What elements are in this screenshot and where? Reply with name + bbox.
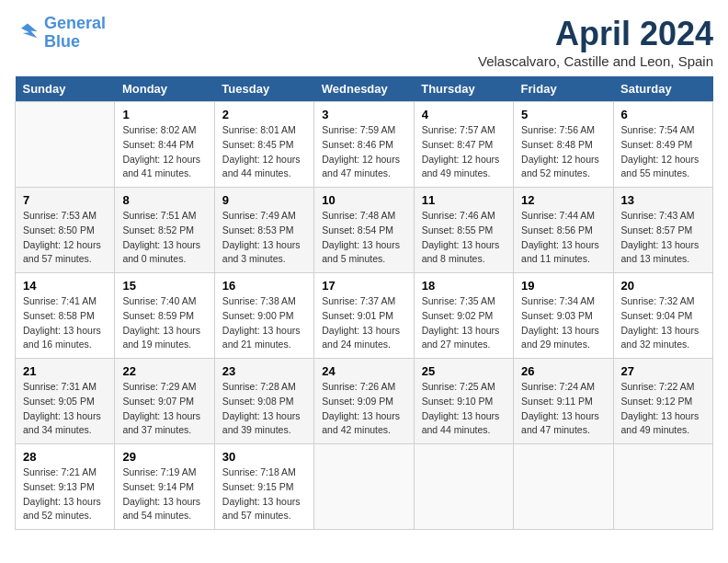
- calendar-week-row: 21Sunrise: 7:31 AMSunset: 9:05 PMDayligh…: [16, 359, 713, 444]
- logo-bird-icon: [15, 20, 40, 46]
- day-info: Sunrise: 8:02 AMSunset: 8:44 PMDaylight:…: [122, 123, 206, 181]
- header-saturday: Saturday: [613, 76, 712, 102]
- day-number: 7: [23, 193, 107, 207]
- day-number: 20: [621, 279, 705, 293]
- logo-blue: Blue: [44, 32, 80, 51]
- day-info: Sunrise: 7:34 AMSunset: 9:03 PMDaylight:…: [521, 294, 605, 352]
- day-info: Sunrise: 7:53 AMSunset: 8:50 PMDaylight:…: [23, 209, 107, 267]
- month-title: April 2024: [478, 15, 713, 53]
- day-info: Sunrise: 7:38 AMSunset: 9:00 PMDaylight:…: [222, 294, 306, 352]
- calendar-cell: 4Sunrise: 7:57 AMSunset: 8:47 PMDaylight…: [414, 102, 513, 188]
- day-info: Sunrise: 7:43 AMSunset: 8:57 PMDaylight:…: [621, 209, 705, 267]
- day-info: Sunrise: 7:44 AMSunset: 8:56 PMDaylight:…: [521, 209, 605, 267]
- page-header: General Blue April 2024 Velascalvaro, Ca…: [15, 15, 713, 69]
- calendar-cell: [613, 444, 712, 530]
- day-number: 26: [521, 364, 605, 378]
- header-thursday: Thursday: [414, 76, 513, 102]
- calendar-cell: 2Sunrise: 8:01 AMSunset: 8:45 PMDaylight…: [214, 102, 313, 188]
- calendar-cell: 7Sunrise: 7:53 AMSunset: 8:50 PMDaylight…: [16, 188, 115, 273]
- calendar-cell: 13Sunrise: 7:43 AMSunset: 8:57 PMDayligh…: [613, 188, 712, 273]
- logo-text: General Blue: [44, 15, 106, 52]
- header-sunday: Sunday: [16, 76, 115, 102]
- calendar-cell: [514, 444, 613, 530]
- calendar-week-row: 14Sunrise: 7:41 AMSunset: 8:58 PMDayligh…: [16, 273, 713, 359]
- day-number: 11: [422, 193, 506, 207]
- day-info: Sunrise: 7:49 AMSunset: 8:53 PMDaylight:…: [222, 209, 306, 267]
- day-number: 19: [521, 279, 605, 293]
- day-number: 27: [621, 364, 705, 378]
- day-info: Sunrise: 7:32 AMSunset: 9:04 PMDaylight:…: [621, 294, 705, 352]
- day-number: 17: [322, 279, 405, 293]
- day-info: Sunrise: 7:46 AMSunset: 8:55 PMDaylight:…: [422, 209, 506, 267]
- calendar-cell: 3Sunrise: 7:59 AMSunset: 8:46 PMDaylight…: [314, 102, 414, 188]
- day-info: Sunrise: 7:26 AMSunset: 9:09 PMDaylight:…: [322, 380, 405, 438]
- day-info: Sunrise: 7:19 AMSunset: 9:14 PMDaylight:…: [122, 465, 206, 523]
- day-number: 5: [521, 108, 605, 121]
- day-number: 18: [422, 279, 506, 293]
- header-monday: Monday: [115, 76, 214, 102]
- day-info: Sunrise: 8:01 AMSunset: 8:45 PMDaylight:…: [222, 123, 306, 181]
- day-info: Sunrise: 7:35 AMSunset: 9:02 PMDaylight:…: [422, 294, 506, 352]
- calendar-cell: 28Sunrise: 7:21 AMSunset: 9:13 PMDayligh…: [16, 444, 115, 530]
- day-number: 4: [422, 108, 506, 121]
- day-info: Sunrise: 7:48 AMSunset: 8:54 PMDaylight:…: [322, 209, 405, 267]
- day-number: 21: [23, 364, 107, 378]
- calendar-cell: 27Sunrise: 7:22 AMSunset: 9:12 PMDayligh…: [613, 359, 712, 444]
- day-info: Sunrise: 7:41 AMSunset: 8:58 PMDaylight:…: [23, 294, 107, 352]
- day-info: Sunrise: 7:22 AMSunset: 9:12 PMDaylight:…: [621, 380, 705, 438]
- day-number: 13: [621, 193, 705, 207]
- day-number: 6: [621, 108, 705, 121]
- svg-marker-0: [21, 23, 38, 38]
- header-friday: Friday: [514, 76, 613, 102]
- calendar-header-row: SundayMondayTuesdayWednesdayThursdayFrid…: [16, 76, 713, 102]
- day-number: 22: [122, 364, 206, 378]
- calendar-cell: 8Sunrise: 7:51 AMSunset: 8:52 PMDaylight…: [115, 188, 214, 273]
- calendar-cell: [314, 444, 414, 530]
- calendar-cell: [414, 444, 513, 530]
- day-number: 8: [122, 193, 206, 207]
- day-number: 29: [122, 450, 206, 464]
- calendar-week-row: 7Sunrise: 7:53 AMSunset: 8:50 PMDaylight…: [16, 188, 713, 273]
- calendar-cell: 24Sunrise: 7:26 AMSunset: 9:09 PMDayligh…: [314, 359, 414, 444]
- day-number: 24: [322, 364, 405, 378]
- day-info: Sunrise: 7:21 AMSunset: 9:13 PMDaylight:…: [23, 465, 107, 523]
- day-info: Sunrise: 7:29 AMSunset: 9:07 PMDaylight:…: [122, 380, 206, 438]
- calendar-cell: 12Sunrise: 7:44 AMSunset: 8:56 PMDayligh…: [514, 188, 613, 273]
- calendar-cell: [16, 102, 115, 188]
- calendar-week-row: 28Sunrise: 7:21 AMSunset: 9:13 PMDayligh…: [16, 444, 713, 530]
- calendar-cell: 23Sunrise: 7:28 AMSunset: 9:08 PMDayligh…: [214, 359, 313, 444]
- day-info: Sunrise: 7:40 AMSunset: 8:59 PMDaylight:…: [122, 294, 206, 352]
- day-number: 9: [222, 193, 306, 207]
- calendar-cell: 19Sunrise: 7:34 AMSunset: 9:03 PMDayligh…: [514, 273, 613, 359]
- day-number: 15: [122, 279, 206, 293]
- title-block: April 2024 Velascalvaro, Castille and Le…: [478, 15, 713, 69]
- calendar-cell: 26Sunrise: 7:24 AMSunset: 9:11 PMDayligh…: [514, 359, 613, 444]
- day-number: 2: [222, 108, 306, 121]
- calendar-table: SundayMondayTuesdayWednesdayThursdayFrid…: [15, 76, 713, 530]
- calendar-cell: 16Sunrise: 7:38 AMSunset: 9:00 PMDayligh…: [214, 273, 313, 359]
- calendar-cell: 1Sunrise: 8:02 AMSunset: 8:44 PMDaylight…: [115, 102, 214, 188]
- location-text: Velascalvaro, Castille and Leon, Spain: [478, 53, 713, 69]
- day-number: 10: [322, 193, 405, 207]
- day-info: Sunrise: 7:25 AMSunset: 9:10 PMDaylight:…: [422, 380, 506, 438]
- day-info: Sunrise: 7:54 AMSunset: 8:49 PMDaylight:…: [621, 123, 705, 181]
- day-info: Sunrise: 7:37 AMSunset: 9:01 PMDaylight:…: [322, 294, 405, 352]
- day-number: 14: [23, 279, 107, 293]
- day-number: 30: [222, 450, 306, 464]
- header-tuesday: Tuesday: [214, 76, 313, 102]
- calendar-cell: 22Sunrise: 7:29 AMSunset: 9:07 PMDayligh…: [115, 359, 214, 444]
- calendar-cell: 15Sunrise: 7:40 AMSunset: 8:59 PMDayligh…: [115, 273, 214, 359]
- day-info: Sunrise: 7:57 AMSunset: 8:47 PMDaylight:…: [422, 123, 506, 181]
- day-number: 1: [122, 108, 206, 121]
- day-info: Sunrise: 7:56 AMSunset: 8:48 PMDaylight:…: [521, 123, 605, 181]
- logo: General Blue: [15, 15, 106, 52]
- calendar-cell: 20Sunrise: 7:32 AMSunset: 9:04 PMDayligh…: [613, 273, 712, 359]
- calendar-cell: 30Sunrise: 7:18 AMSunset: 9:15 PMDayligh…: [214, 444, 313, 530]
- calendar-cell: 21Sunrise: 7:31 AMSunset: 9:05 PMDayligh…: [16, 359, 115, 444]
- day-number: 12: [521, 193, 605, 207]
- day-number: 28: [23, 450, 107, 464]
- day-info: Sunrise: 7:51 AMSunset: 8:52 PMDaylight:…: [122, 209, 206, 267]
- day-info: Sunrise: 7:28 AMSunset: 9:08 PMDaylight:…: [222, 380, 306, 438]
- day-number: 16: [222, 279, 306, 293]
- day-number: 23: [222, 364, 306, 378]
